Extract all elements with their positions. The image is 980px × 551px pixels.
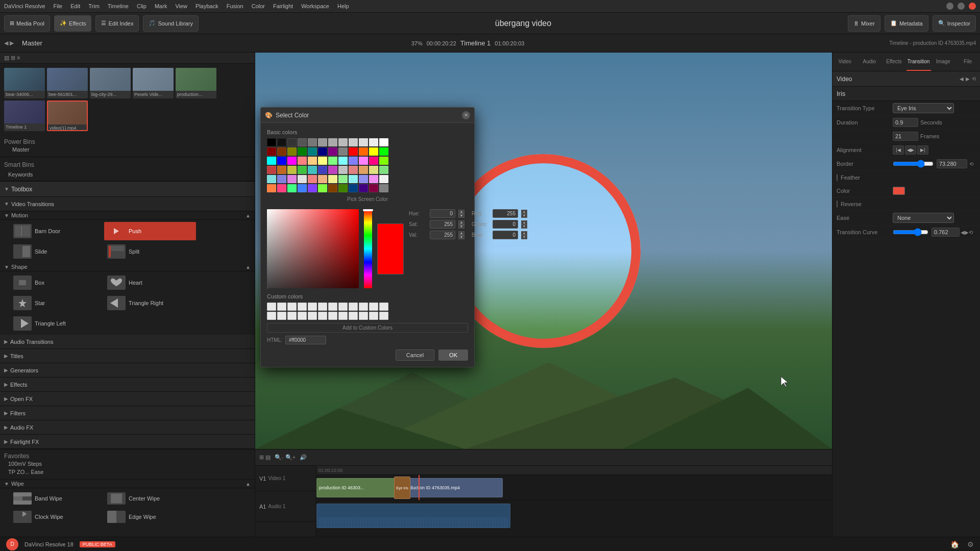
basic-color-cell[interactable] <box>349 175 358 183</box>
basic-color-cell[interactable] <box>369 147 378 156</box>
pick-screen-btn[interactable]: Pick Screen Color <box>267 194 468 204</box>
basic-color-cell[interactable] <box>308 166 317 174</box>
sat-down-btn[interactable]: ▼ <box>458 224 464 229</box>
basic-color-cell[interactable] <box>369 166 378 174</box>
basic-color-cell[interactable] <box>308 184 317 192</box>
basic-color-cell[interactable] <box>298 157 307 165</box>
basic-color-cell[interactable] <box>359 157 368 165</box>
basic-color-cell[interactable] <box>379 147 388 156</box>
basic-color-cell[interactable] <box>349 147 358 156</box>
basic-color-cell[interactable] <box>267 184 276 192</box>
val-input[interactable] <box>430 231 455 239</box>
custom-color-cell[interactable] <box>267 303 276 311</box>
red-up-btn[interactable]: ▲ <box>521 210 527 214</box>
basic-color-cell[interactable] <box>379 184 388 192</box>
sat-input[interactable] <box>430 220 455 229</box>
basic-color-cell[interactable] <box>359 166 368 174</box>
basic-color-cell[interactable] <box>328 138 337 146</box>
green-down-btn[interactable]: ▼ <box>521 224 527 229</box>
basic-color-cell[interactable] <box>287 166 297 174</box>
basic-color-cell[interactable] <box>298 147 307 156</box>
val-down-btn[interactable]: ▼ <box>458 235 464 239</box>
blue-up-btn[interactable]: ▲ <box>521 231 527 235</box>
basic-color-cell[interactable] <box>277 157 286 165</box>
basic-color-cell[interactable] <box>379 175 388 183</box>
red-down-btn[interactable]: ▼ <box>521 214 527 218</box>
custom-color-cell[interactable] <box>298 303 307 311</box>
basic-color-cell[interactable] <box>338 175 348 183</box>
green-input[interactable] <box>493 220 518 229</box>
basic-color-cell[interactable] <box>267 138 276 146</box>
basic-color-cell[interactable] <box>328 166 337 174</box>
basic-color-cell[interactable] <box>328 147 337 156</box>
basic-color-cell[interactable] <box>318 184 327 192</box>
basic-color-cell[interactable] <box>369 157 378 165</box>
custom-color-cell[interactable] <box>369 303 378 311</box>
basic-color-cell[interactable] <box>308 157 317 165</box>
color-gradient[interactable] <box>267 209 359 288</box>
custom-color-cell[interactable] <box>308 303 317 311</box>
ok-button[interactable]: OK <box>438 349 468 361</box>
custom-color-cell[interactable] <box>277 312 286 320</box>
hue-input[interactable] <box>430 209 455 218</box>
custom-color-cell[interactable] <box>287 303 297 311</box>
basic-color-cell[interactable] <box>379 138 388 146</box>
basic-color-cell[interactable] <box>277 184 286 192</box>
sat-up-btn[interactable]: ▲ <box>458 220 464 224</box>
basic-color-cell[interactable] <box>267 147 276 156</box>
basic-color-cell[interactable] <box>328 184 337 192</box>
basic-color-cell[interactable] <box>308 175 317 183</box>
basic-color-cell[interactable] <box>267 175 276 183</box>
custom-color-cell[interactable] <box>308 312 317 320</box>
basic-color-cell[interactable] <box>267 166 276 174</box>
val-up-btn[interactable]: ▲ <box>458 231 464 235</box>
green-up-btn[interactable]: ▲ <box>521 220 527 224</box>
basic-color-cell[interactable] <box>277 138 286 146</box>
custom-color-cell[interactable] <box>267 312 276 320</box>
basic-color-cell[interactable] <box>349 166 358 174</box>
blue-input[interactable] <box>493 231 518 239</box>
custom-color-cell[interactable] <box>298 312 307 320</box>
hue-down-btn[interactable]: ▼ <box>458 214 464 218</box>
basic-color-cell[interactable] <box>318 147 327 156</box>
blue-down-btn[interactable]: ▼ <box>521 235 527 239</box>
basic-color-cell[interactable] <box>328 157 337 165</box>
custom-color-cell[interactable] <box>379 303 388 311</box>
basic-color-cell[interactable] <box>298 175 307 183</box>
custom-color-cell[interactable] <box>369 312 378 320</box>
basic-color-cell[interactable] <box>298 166 307 174</box>
custom-color-cell[interactable] <box>318 312 327 320</box>
basic-color-cell[interactable] <box>338 157 348 165</box>
basic-color-cell[interactable] <box>349 138 358 146</box>
basic-color-cell[interactable] <box>338 184 348 192</box>
basic-color-cell[interactable] <box>369 175 378 183</box>
custom-color-cell[interactable] <box>338 303 348 311</box>
basic-color-cell[interactable] <box>318 157 327 165</box>
basic-color-cell[interactable] <box>379 166 388 174</box>
dialog-close-btn[interactable]: ✕ <box>462 111 470 119</box>
custom-color-cell[interactable] <box>287 312 297 320</box>
basic-color-cell[interactable] <box>287 184 297 192</box>
basic-color-cell[interactable] <box>369 184 378 192</box>
basic-color-cell[interactable] <box>277 166 286 174</box>
basic-color-cell[interactable] <box>359 147 368 156</box>
custom-color-cell[interactable] <box>359 303 368 311</box>
basic-color-cell[interactable] <box>349 157 358 165</box>
cancel-button[interactable]: Cancel <box>396 349 434 361</box>
custom-color-cell[interactable] <box>349 303 358 311</box>
basic-color-cell[interactable] <box>328 175 337 183</box>
basic-color-cell[interactable] <box>318 175 327 183</box>
custom-color-cell[interactable] <box>349 312 358 320</box>
basic-color-cell[interactable] <box>338 147 348 156</box>
basic-color-cell[interactable] <box>277 175 286 183</box>
red-input[interactable] <box>493 209 518 218</box>
basic-color-cell[interactable] <box>298 184 307 192</box>
custom-color-cell[interactable] <box>328 312 337 320</box>
basic-color-cell[interactable] <box>287 175 297 183</box>
custom-color-cell[interactable] <box>338 312 348 320</box>
basic-color-cell[interactable] <box>267 157 276 165</box>
basic-color-cell[interactable] <box>277 147 286 156</box>
basic-color-cell[interactable] <box>287 157 297 165</box>
hue-strip[interactable] <box>364 209 372 288</box>
custom-color-cell[interactable] <box>379 312 388 320</box>
